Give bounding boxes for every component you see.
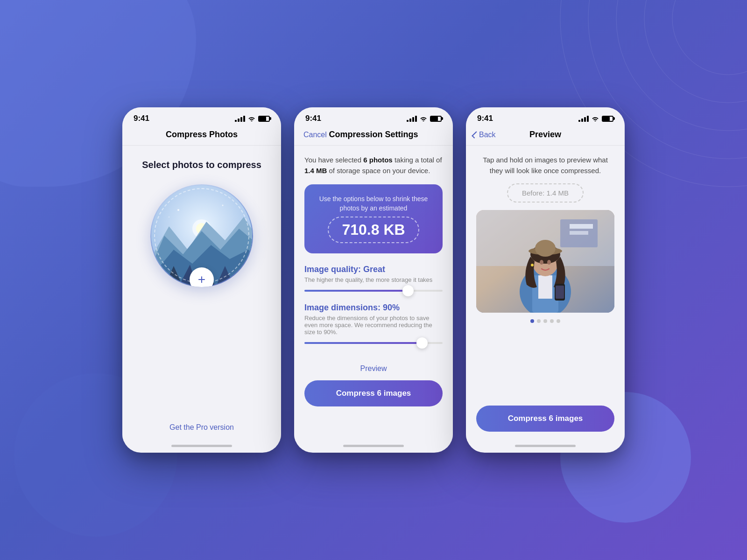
svg-marker-16 — [216, 266, 234, 287]
photo-count: 6 photos — [363, 156, 393, 164]
chevron-left-icon — [472, 131, 479, 139]
status-time-3: 9:41 — [477, 114, 493, 123]
wifi-icon-2 — [420, 116, 427, 121]
nav-bar-2: Cancel Compression Settings — [294, 126, 453, 146]
svg-point-8 — [196, 223, 207, 234]
dot-4 — [550, 319, 554, 323]
screen3-content: Tap and hold on images to preview what t… — [466, 146, 625, 441]
svg-point-35 — [547, 260, 551, 265]
quality-value: Great — [363, 265, 385, 274]
preview-instruction: Tap and hold on images to preview what t… — [476, 155, 614, 176]
preview-link-container: Preview — [304, 364, 443, 373]
dimensions-desc: Reduce the dimensions of your photos to … — [304, 315, 443, 336]
woman-photo — [476, 210, 614, 313]
dimensions-label-text: Image dimensions: — [304, 303, 383, 312]
status-icons-1 — [235, 116, 270, 122]
svg-point-7 — [192, 219, 211, 238]
add-photos-button[interactable]: + — [190, 267, 214, 287]
quality-label: Image quality: Great — [304, 265, 443, 274]
status-bar-3: 9:41 — [466, 107, 625, 126]
battery-icon-2 — [430, 116, 442, 122]
woman-illustration — [476, 210, 614, 313]
signal-icon-3 — [578, 116, 589, 122]
signal-icon-2 — [407, 116, 417, 122]
screen1-phone: 9:41 Compress Photos Select photos to co… — [122, 107, 281, 453]
pro-version-link[interactable]: Get the Pro version — [169, 423, 234, 432]
compress-button-screen2[interactable]: Compress 6 images — [304, 380, 443, 406]
estimate-size-value: 710.8 KB — [328, 217, 419, 243]
wifi-icon-3 — [592, 116, 599, 121]
quality-slider-fill — [304, 290, 408, 292]
screen1-content: Select photos to compress — [122, 146, 281, 441]
quality-slider-thumb[interactable] — [402, 285, 414, 296]
status-icons-3 — [578, 116, 613, 122]
svg-marker-12 — [150, 268, 162, 287]
screen2-phone: 9:41 Cancel Compression Settings You hav — [294, 107, 453, 453]
svg-point-36 — [531, 264, 534, 266]
estimate-box: Use the options below to shrink these ph… — [304, 184, 443, 253]
svg-point-19 — [177, 209, 179, 211]
status-bar-2: 9:41 — [294, 107, 453, 126]
before-badge-container: Before: 1.4 MB — [507, 183, 584, 203]
photo-preview-container[interactable] — [476, 210, 614, 313]
status-icons-2 — [407, 116, 442, 122]
back-label: Back — [479, 131, 496, 139]
svg-point-20 — [222, 205, 224, 206]
status-bar-1: 9:41 — [122, 107, 281, 126]
svg-point-34 — [540, 260, 543, 265]
svg-rect-38 — [556, 286, 564, 299]
svg-point-21 — [169, 217, 169, 217]
compress-button-screen3[interactable]: Compress 6 images — [476, 406, 614, 432]
estimate-prefix-text: Use the options below to shrink these ph… — [314, 195, 433, 213]
svg-point-1 — [644, 0, 747, 103]
wifi-icon-1 — [248, 116, 255, 121]
screen3-title: Preview — [529, 130, 561, 140]
screen3-phone: 9:41 Back Preview Tap an — [466, 107, 625, 453]
status-time-2: 9:41 — [305, 114, 321, 123]
dimensions-slider-fill — [304, 342, 422, 344]
signal-icon-1 — [235, 116, 245, 122]
svg-rect-29 — [538, 275, 552, 299]
dimensions-label: Image dimensions: 90% — [304, 303, 443, 313]
quality-label-text: Image quality: — [304, 265, 363, 274]
nav-bar-1: Compress Photos — [122, 126, 281, 146]
dimensions-slider-thumb[interactable] — [416, 337, 428, 349]
cancel-button[interactable]: Cancel — [303, 131, 327, 139]
quality-desc: The higher the quality, the more storage… — [304, 276, 443, 283]
before-badge: Before: 1.4 MB — [507, 183, 584, 203]
nav-bar-3: Back Preview — [466, 126, 625, 146]
selection-text: You have selected 6 photos taking a tota… — [304, 155, 443, 176]
quality-slider-track — [304, 290, 443, 292]
total-size: 1.4 MB — [304, 167, 327, 175]
dot-5 — [557, 319, 560, 323]
home-indicator-3 — [515, 445, 576, 447]
back-button[interactable]: Back — [473, 131, 496, 139]
svg-point-0 — [672, 0, 747, 75]
svg-point-2 — [616, 0, 747, 131]
screens-container: 9:41 Compress Photos Select photos to co… — [122, 107, 625, 453]
screen2-content: You have selected 6 photos taking a tota… — [294, 146, 453, 441]
dot-3 — [543, 319, 547, 323]
dimensions-value: 90% — [383, 303, 400, 312]
screen1-title: Compress Photos — [166, 130, 238, 140]
plus-icon: + — [198, 273, 205, 286]
dots-indicator — [476, 319, 614, 323]
battery-icon-1 — [258, 116, 270, 122]
preview-link[interactable]: Preview — [360, 364, 387, 372]
select-photos-title: Select photos to compress — [142, 160, 261, 170]
status-time-1: 9:41 — [134, 114, 149, 123]
dot-2 — [537, 319, 541, 323]
home-indicator-1 — [171, 445, 232, 447]
circle-illustration: + — [150, 184, 253, 287]
battery-icon-3 — [602, 116, 613, 122]
dot-1 — [530, 319, 534, 323]
screen2-title: Compression Settings — [329, 130, 418, 140]
dimensions-slider-track — [304, 342, 443, 344]
home-indicator-2 — [343, 445, 404, 447]
svg-point-33 — [535, 240, 556, 257]
